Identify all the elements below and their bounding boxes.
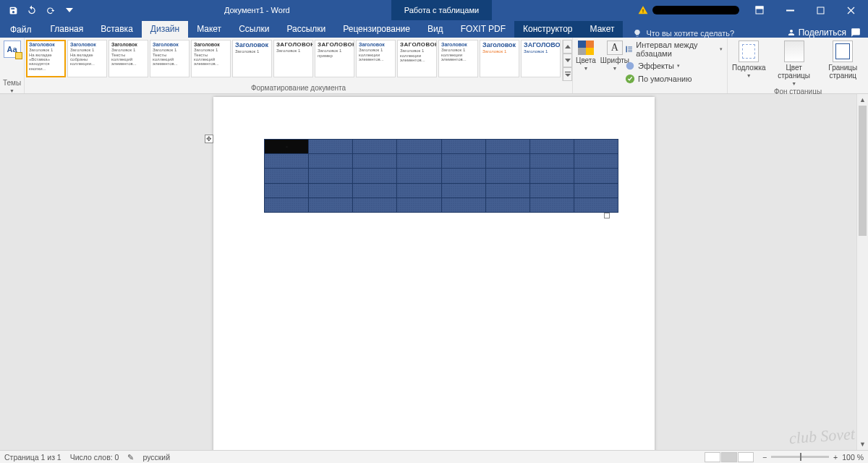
tab-layout[interactable]: Макет	[188, 21, 230, 38]
style-set-item[interactable]: ЗаголовокЗаголовок 1Тексты коллекций эле…	[191, 40, 231, 77]
quick-access-toolbar	[0, 1, 78, 19]
read-mode-button[interactable]	[705, 452, 720, 462]
document-table[interactable]	[264, 139, 618, 213]
gallery-more-icon[interactable]	[563, 67, 572, 81]
tab-table-design[interactable]: Конструктор	[514, 21, 581, 38]
tab-view[interactable]: Вид	[419, 21, 452, 38]
chevron-down-icon: ▾	[720, 46, 723, 52]
style-set-item[interactable]: ЗАГОЛОВОКЗаголовок 1пример	[315, 40, 354, 77]
style-set-item[interactable]: ЗаголовокЗаголовок 1	[232, 40, 272, 77]
chevron-up-icon[interactable]	[563, 40, 572, 54]
scrollbar-thumb[interactable]	[859, 106, 867, 236]
share-icon	[787, 28, 796, 37]
chevron-down-icon[interactable]	[563, 54, 572, 67]
zoom-level[interactable]: 100 %	[842, 453, 864, 462]
tab-design[interactable]: Дизайн	[142, 21, 188, 38]
svg-rect-4	[565, 72, 571, 72]
page[interactable]: ✥	[213, 97, 655, 450]
maximize-button[interactable]	[806, 0, 835, 20]
svg-point-5	[626, 62, 634, 70]
colors-button[interactable]: Цвета ▼	[576, 41, 596, 71]
style-set-item[interactable]: ЗаголовокЗаголовок 1Тексты коллекций эле…	[150, 40, 190, 77]
page-color-icon	[784, 41, 804, 62]
chevron-down-icon: ▼	[9, 88, 14, 93]
ribbon-display-options[interactable]	[745, 0, 774, 20]
paragraph-spacing-label: Интервал между абзацами	[636, 41, 717, 58]
tab-file[interactable]: Файл	[0, 22, 42, 38]
colors-icon	[578, 41, 594, 55]
style-set-gallery: ЗаголовокЗаголовок 1На вкладке «Вставка»…	[25, 38, 573, 93]
style-set-item[interactable]: ЗАГОЛОВОКЗаголовок 1	[521, 40, 561, 77]
doc-formatting-options: Интервал между абзацами ▾ Эффекты ▾ По у…	[621, 38, 728, 93]
chevron-down-icon: ▼	[583, 66, 588, 71]
save-button[interactable]	[4, 1, 22, 19]
minimize-button[interactable]	[775, 0, 804, 20]
style-set-item[interactable]: ЗаголовокЗаголовок 1	[480, 40, 519, 77]
page-count[interactable]: Страница 1 из 1	[4, 453, 61, 462]
themes-label: Темы	[3, 78, 21, 88]
style-set-item[interactable]: ЗаголовокЗаголовок 1На вкладке «Вставка»…	[26, 40, 66, 77]
table-resize-handle[interactable]	[604, 213, 610, 218]
spacing-icon	[625, 44, 633, 54]
tab-mailings[interactable]: Рассылки	[278, 21, 334, 38]
tab-insert[interactable]: Вставка	[92, 21, 142, 38]
view-buttons	[705, 452, 754, 462]
comments-icon[interactable]	[851, 27, 861, 38]
effects-button[interactable]: Эффекты ▾	[625, 61, 723, 71]
zoom-slider[interactable]	[771, 456, 829, 458]
document-canvas[interactable]: ✥	[0, 94, 868, 450]
share-button[interactable]: Поделиться	[787, 27, 846, 38]
page-borders-button[interactable]: Границы страниц	[822, 41, 864, 87]
status-bar: Страница 1 из 1 Число слов: 0 ✎ русский …	[0, 450, 868, 463]
scroll-up-icon[interactable]: ▲	[857, 94, 868, 106]
page-color-button[interactable]: Цвет страницы▼	[776, 41, 812, 87]
table-move-handle[interactable]: ✥	[205, 135, 213, 143]
qat-customize[interactable]	[61, 1, 78, 19]
style-set-item[interactable]: ЗАГОЛОВОКЗаголовок 1	[273, 40, 313, 77]
style-set-item[interactable]: ЗаголовокЗаголовок 1На вкладке собраны к…	[67, 40, 107, 77]
page-borders-label: Границы страниц	[822, 64, 864, 80]
gallery-scroll[interactable]	[562, 40, 572, 81]
tab-references[interactable]: Ссылки	[230, 21, 278, 38]
tab-table-layout[interactable]: Макет	[582, 21, 624, 38]
undo-button[interactable]	[23, 1, 41, 19]
warning-icon	[638, 5, 648, 15]
style-set-item[interactable]: ЗаголовокЗаголовок 1коллекции элементов.…	[356, 40, 396, 77]
scroll-down-icon[interactable]: ▼	[857, 438, 868, 450]
window-controls	[745, 0, 868, 20]
tab-home[interactable]: Главная	[42, 21, 93, 38]
set-default-button[interactable]: По умолчанию	[625, 74, 723, 84]
redo-button[interactable]	[42, 1, 59, 19]
word-count[interactable]: Число слов: 0	[70, 453, 119, 462]
page-background-group: Подложка▼ Цвет страницы▼ Границы страниц…	[728, 38, 868, 93]
account-name-redacted	[652, 6, 739, 14]
style-set-item[interactable]: ЗАГОЛОВОКЗаголовок 1коллекции элементов.…	[397, 40, 437, 77]
vertical-scrollbar[interactable]: ▲ ▼	[856, 94, 868, 450]
zoom-out-button[interactable]: −	[762, 453, 767, 462]
paragraph-spacing-button[interactable]: Интервал между абзацами ▾	[625, 41, 723, 58]
close-button[interactable]	[836, 0, 865, 20]
colors-fonts-group: Цвета ▼ A Шрифты ▼	[573, 38, 621, 93]
effects-icon	[625, 61, 635, 71]
svg-rect-3	[817, 7, 824, 14]
tab-review[interactable]: Рецензирование	[334, 21, 419, 38]
tell-me-search[interactable]: Что вы хотите сделать?	[623, 29, 787, 38]
page-color-label: Цвет страницы	[776, 64, 812, 80]
chevron-down-icon: ▼	[791, 81, 796, 87]
zoom-in-button[interactable]: +	[833, 453, 838, 462]
zoom-control[interactable]: − + 100 %	[762, 453, 864, 462]
style-set-item[interactable]: ЗаголовокЗаголовок 1коллекции элементов.…	[438, 40, 478, 77]
watermark-icon	[739, 41, 759, 62]
account-area[interactable]	[638, 5, 739, 15]
language-indicator[interactable]: русский	[142, 453, 170, 462]
print-layout-button[interactable]	[721, 452, 737, 462]
table-tools-label: Работа с таблицами	[391, 0, 492, 20]
gallery-label: Форматирование документа	[25, 83, 572, 93]
style-set-item[interactable]: ЗаголовокЗаголовок 1Тексты коллекций эле…	[109, 40, 148, 77]
themes-button[interactable]: Aa	[4, 41, 21, 58]
watermark-button[interactable]: Подложка▼	[732, 41, 766, 87]
web-layout-button[interactable]	[738, 452, 754, 462]
tab-foxit[interactable]: FOXIT PDF	[452, 21, 514, 38]
table-selection[interactable]	[264, 139, 618, 213]
proofing-icon[interactable]: ✎	[127, 453, 134, 462]
